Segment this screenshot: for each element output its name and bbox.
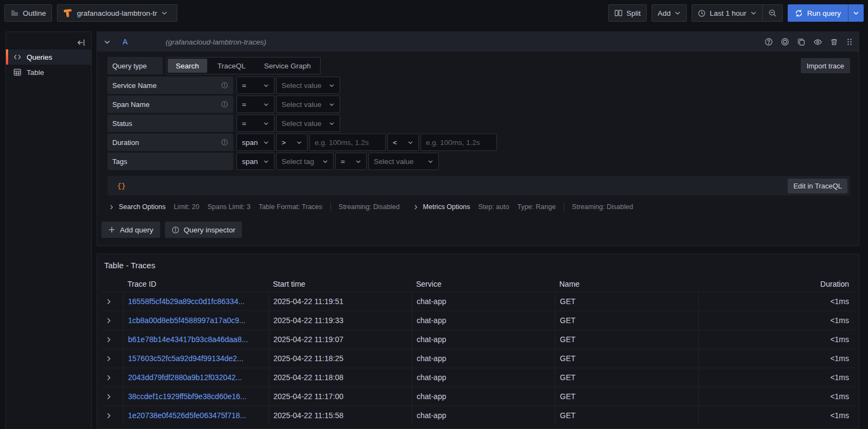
metrics-options-step: Step: auto bbox=[478, 203, 509, 211]
add-query-button[interactable]: Add query bbox=[101, 222, 160, 238]
service-name-value-select[interactable]: Select value bbox=[276, 77, 340, 94]
column-header-start-time[interactable]: Start time bbox=[269, 276, 412, 292]
disable-query-icon[interactable] bbox=[781, 37, 789, 46]
column-header-duration[interactable]: Duration bbox=[698, 276, 854, 292]
metrics-options-title: Metrics Options bbox=[423, 203, 470, 211]
name-cell: GET bbox=[555, 349, 698, 368]
outline-button[interactable]: Outline bbox=[4, 4, 52, 22]
sidebar-item-queries[interactable]: Queries bbox=[6, 49, 91, 65]
row-expander[interactable] bbox=[101, 406, 123, 425]
query-options-bar: Search Options Limit: 20 Spans Limit: 3 … bbox=[108, 200, 850, 214]
column-header-trace-id[interactable]: Trace ID bbox=[123, 276, 269, 292]
tab-traceql[interactable]: TraceQL bbox=[208, 58, 255, 74]
collapse-outline-button[interactable] bbox=[74, 35, 88, 49]
query-inspector-button[interactable]: Query inspector bbox=[165, 222, 242, 238]
split-panes-icon bbox=[614, 9, 623, 17]
drag-handle-icon[interactable] bbox=[846, 38, 853, 46]
collapse-query-chevron-icon[interactable] bbox=[104, 39, 111, 46]
content-outline-sidebar: Queries Table bbox=[5, 31, 92, 429]
trace-id-link[interactable]: 1e20738e0f4526d5fe063475f718... bbox=[128, 411, 246, 420]
duration-min-input[interactable] bbox=[309, 134, 386, 151]
row-expander[interactable] bbox=[101, 387, 123, 406]
duration-max-operator-select[interactable]: < bbox=[387, 134, 419, 151]
status-value-select[interactable]: Select value bbox=[276, 115, 340, 132]
top-toolbar: Outline grafanacloud-lambtron-tr Split A… bbox=[0, 0, 868, 26]
duration-cell: <1ms bbox=[698, 349, 854, 368]
add-dropdown-button[interactable]: Add bbox=[652, 4, 687, 22]
run-query-button[interactable]: Run query bbox=[788, 4, 848, 22]
zoom-out-icon bbox=[768, 9, 777, 17]
name-cell: GET bbox=[555, 311, 698, 330]
row-expander[interactable] bbox=[101, 292, 123, 311]
service-name-operator-select[interactable]: = bbox=[237, 77, 275, 94]
run-query-split-button: Run query bbox=[788, 4, 864, 22]
start-time-cell: 2025-04-22 11:19:51 bbox=[269, 292, 412, 311]
row-expander[interactable] bbox=[101, 349, 123, 368]
run-query-options-caret[interactable] bbox=[848, 4, 864, 22]
search-options-toggle[interactable]: Search Options bbox=[108, 203, 165, 211]
split-label: Split bbox=[627, 9, 641, 17]
zoom-out-time-button[interactable] bbox=[762, 5, 782, 21]
sidebar-item-table[interactable]: Table bbox=[6, 65, 91, 80]
query-row-actions bbox=[764, 37, 853, 47]
trace-id-link[interactable]: 2043dd79fdf2880a9b12f032042... bbox=[128, 373, 242, 382]
trace-id-link[interactable]: 16558f5cf4b29a89cc0d1fc86334... bbox=[128, 297, 245, 306]
column-header-service[interactable]: Service bbox=[412, 276, 555, 292]
metrics-options-toggle[interactable]: Metrics Options bbox=[413, 203, 470, 211]
edit-in-traceql-button[interactable]: Edit in TraceQL bbox=[788, 179, 847, 193]
service-name-label: Service Name bbox=[107, 77, 233, 94]
duplicate-query-icon[interactable] bbox=[797, 37, 806, 46]
row-expander[interactable] bbox=[101, 368, 123, 387]
tags-operator-select[interactable]: = bbox=[335, 153, 367, 170]
chevron-down-icon bbox=[329, 102, 335, 108]
filter-row-status: Status = Select value bbox=[107, 115, 850, 132]
duration-cell: <1ms bbox=[698, 311, 854, 330]
import-trace-button[interactable]: Import trace bbox=[801, 58, 850, 73]
filter-row-service-name: Service Name = Select value bbox=[107, 77, 850, 94]
status-operator-select[interactable]: = bbox=[237, 115, 275, 132]
metrics-options-streaming: Streaming: Disabled bbox=[572, 203, 633, 211]
remove-query-trash-icon[interactable] bbox=[830, 38, 838, 46]
time-range-picker[interactable]: Last 1 hour bbox=[692, 5, 762, 21]
service-cell: chat-app bbox=[412, 406, 555, 425]
trace-id-link[interactable]: 157603c52fc5a92d94f99134de2... bbox=[128, 354, 244, 363]
collapse-left-icon bbox=[76, 38, 86, 47]
tab-search[interactable]: Search bbox=[168, 59, 207, 73]
row-expander[interactable] bbox=[101, 330, 123, 349]
service-cell: chat-app bbox=[412, 368, 555, 387]
trace-id-link[interactable]: 38ccdef1c1929ff5bf9e38cd60e16... bbox=[128, 392, 246, 401]
duration-scope-select[interactable]: span bbox=[237, 134, 275, 151]
duration-cell: <1ms bbox=[698, 406, 854, 425]
service-cell: chat-app bbox=[412, 330, 555, 349]
chevron-down-icon bbox=[750, 10, 757, 16]
duration-max-input[interactable] bbox=[420, 134, 497, 151]
tags-value-select[interactable]: Select value bbox=[368, 153, 439, 170]
angle-right-icon bbox=[105, 412, 112, 419]
trace-id-link[interactable]: b61e78b14e43417b93c8a46daa8... bbox=[128, 335, 248, 344]
angle-right-icon bbox=[105, 298, 112, 305]
query-editor-body: Query type Search TraceQL Service Graph … bbox=[97, 52, 859, 214]
toolbar-left-group: Outline grafanacloud-lambtron-tr bbox=[4, 4, 177, 22]
tags-tag-select[interactable]: Select tag bbox=[276, 153, 334, 170]
angle-right-icon bbox=[105, 355, 112, 362]
chevron-down-icon bbox=[329, 83, 335, 89]
tab-service-graph[interactable]: Service Graph bbox=[255, 58, 320, 74]
row-expander[interactable] bbox=[101, 311, 123, 330]
duration-min-operator-select[interactable]: > bbox=[276, 134, 308, 151]
trace-id-link[interactable]: 1cb8a00d8eb5f4588997a17a0c9... bbox=[128, 316, 245, 325]
datasource-picker[interactable]: grafanacloud-lambtron-tr bbox=[57, 4, 177, 22]
hide-response-eye-icon[interactable] bbox=[813, 37, 822, 47]
tags-scope-select[interactable]: span bbox=[237, 153, 275, 170]
span-name-operator-select[interactable]: = bbox=[237, 96, 275, 113]
help-icon[interactable] bbox=[764, 37, 773, 46]
traceql-preview-block: {} Edit in TraceQL bbox=[107, 176, 850, 195]
angle-right-icon bbox=[105, 393, 112, 400]
chevron-down-icon bbox=[407, 140, 413, 146]
service-cell: chat-app bbox=[412, 349, 555, 368]
info-icon bbox=[221, 100, 228, 108]
span-name-value-select[interactable]: Select value bbox=[276, 96, 340, 113]
column-header-name[interactable]: Name bbox=[555, 276, 698, 292]
query-ref-id[interactable]: A bbox=[123, 37, 127, 46]
chevron-down-icon bbox=[355, 159, 361, 165]
split-button[interactable]: Split bbox=[608, 4, 647, 22]
